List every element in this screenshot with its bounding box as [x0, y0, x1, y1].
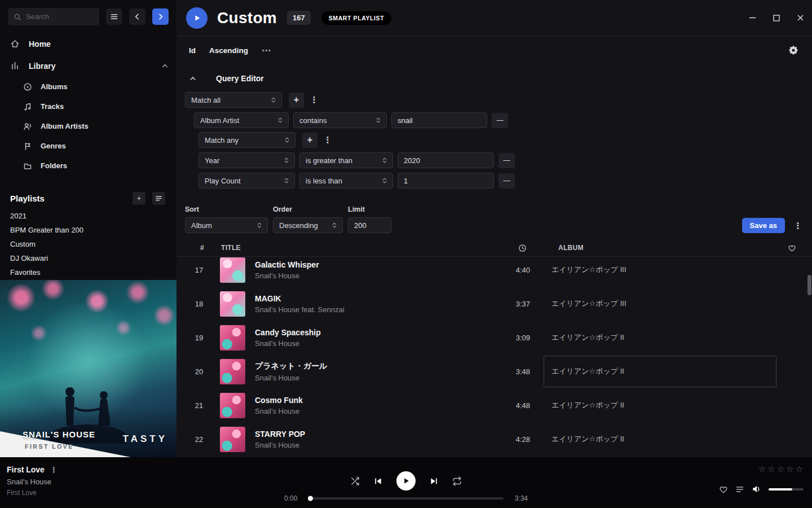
column-number[interactable]: #: [200, 244, 204, 252]
rating-star-icon[interactable]: ☆: [786, 464, 793, 474]
track-album[interactable]: エイリアン☆ポップ III: [544, 257, 776, 286]
add-group-rule-button[interactable]: +: [302, 133, 317, 148]
shuffle-button[interactable]: [350, 476, 360, 486]
track-row[interactable]: 18 MAGIK Snail's House feat. Sennzai 3:3…: [176, 287, 812, 321]
sidebar-item-label: Home: [29, 40, 51, 49]
menu-button[interactable]: [106, 8, 122, 25]
collapse-query-editor-button[interactable]: [185, 75, 201, 82]
match-type-select[interactable]: Match all: [185, 92, 282, 108]
sidebar-topbar: [0, 0, 176, 25]
group-options-button[interactable]: ⋮: [322, 133, 333, 148]
order-field-group: Order Descending: [273, 205, 343, 233]
track-duration: 3:37: [486, 300, 530, 308]
volume-slider[interactable]: [769, 488, 804, 491]
scrollbar-thumb[interactable]: [807, 275, 811, 295]
total-time: 3:34: [511, 494, 528, 502]
select-arrows-icon: [255, 221, 263, 229]
track-artist: Snail's House: [255, 339, 486, 348]
smart-playlist-badge: SMART PLAYLIST: [321, 11, 391, 25]
favorite-button[interactable]: [719, 485, 728, 494]
rating-star-icon[interactable]: ☆: [767, 464, 775, 474]
sidebar-item-home[interactable]: Home: [0, 33, 176, 55]
track-album[interactable]: エイリアン☆ポップ II: [544, 423, 776, 455]
playlist-item[interactable]: Favorites: [0, 265, 176, 279]
maximize-button[interactable]: [773, 15, 780, 21]
order-select[interactable]: Descending: [273, 217, 343, 233]
rating-star-icon[interactable]: ☆: [758, 464, 766, 474]
track-row[interactable]: 20 プラネット・ガール Snail's House 3:48 エイリアン☆ポッ…: [176, 354, 812, 388]
play-playlist-button[interactable]: [186, 7, 208, 29]
track-artist: Snail's House: [255, 271, 486, 280]
track-row[interactable]: 21 Cosmo Funk Snail's House 4:48 エイリアン☆ポ…: [176, 388, 812, 422]
sidebar-item-album-artists[interactable]: Album Artists: [0, 116, 176, 136]
now-playing-options-button[interactable]: ⋮: [50, 466, 58, 474]
track-artwork: [220, 359, 245, 384]
save-as-button[interactable]: Save as: [742, 218, 785, 233]
playlist-item[interactable]: Custom: [0, 237, 176, 251]
favorite-heart-icon[interactable]: [788, 244, 796, 252]
previous-button[interactable]: [374, 477, 382, 485]
settings-gear-icon[interactable]: [788, 45, 798, 55]
track-album[interactable]: エイリアン☆ポップ II: [544, 389, 776, 421]
group-match-type-select[interactable]: Match any: [198, 132, 295, 148]
playlist-item[interactable]: DJ Okawari: [0, 251, 176, 265]
sidebar-item-genres[interactable]: Genres: [0, 136, 176, 156]
volume-icon[interactable]: [752, 484, 761, 494]
now-playing-artwork[interactable]: SNAIL'S HOUSE FIRST LOVE TASTY: [0, 280, 176, 457]
playlist-item[interactable]: 2021: [0, 209, 176, 223]
play-pause-button[interactable]: [396, 471, 416, 491]
remove-rule-button[interactable]: —: [498, 173, 515, 189]
remove-rule-button[interactable]: —: [492, 113, 508, 128]
duration-clock-icon[interactable]: [518, 244, 527, 252]
track-album[interactable]: エイリアン☆ポップ II: [544, 322, 776, 353]
rule-field-select[interactable]: Year: [198, 152, 295, 168]
seek-knob[interactable]: [308, 496, 313, 501]
column-title[interactable]: TITLE: [221, 244, 241, 252]
search-box[interactable]: [8, 8, 99, 25]
sidebar-item-library[interactable]: Library: [0, 55, 176, 77]
rule-value-input[interactable]: [391, 112, 487, 128]
rating-star-icon[interactable]: ☆: [796, 464, 803, 474]
playlist-item[interactable]: BPM Greater than 200: [0, 223, 176, 237]
rule-operator-select[interactable]: is greater than: [299, 152, 393, 168]
seek-bar[interactable]: [308, 497, 504, 500]
rule-field-select[interactable]: Album Artist: [194, 112, 289, 128]
sidebar-item-tracks[interactable]: Tracks: [0, 97, 176, 116]
track-row[interactable]: 19 Candy Spaceship Snail's House 3:09 エイ…: [176, 321, 812, 354]
repeat-button[interactable]: [452, 476, 462, 486]
track-row[interactable]: 17 Galactic Whisper Snail's House 4:40 エ…: [176, 257, 812, 287]
select-arrows-icon: [276, 116, 284, 124]
remove-rule-button[interactable]: —: [498, 153, 515, 168]
sort-select[interactable]: Album: [185, 217, 268, 233]
playlist-options-button[interactable]: ⋮: [792, 218, 804, 233]
rating-star-icon[interactable]: ☆: [777, 464, 784, 474]
sidebar-item-folders[interactable]: Folders: [0, 156, 176, 176]
sidebar-item-albums[interactable]: Albums: [0, 77, 176, 97]
rule-field-select[interactable]: Play Count: [198, 173, 295, 189]
sort-field-label[interactable]: Id: [189, 46, 196, 55]
forward-button[interactable]: [152, 8, 169, 25]
track-row[interactable]: 22 STARRY POP Snail's House 4:28 エイリアン☆ポ…: [176, 422, 812, 456]
sort-direction-label[interactable]: Ascending: [209, 46, 248, 55]
add-playlist-button[interactable]: +: [133, 192, 145, 205]
column-album[interactable]: ALBUM: [558, 244, 584, 252]
more-options-icon[interactable]: ⋯: [262, 45, 271, 56]
add-rule-button[interactable]: +: [289, 93, 304, 108]
playlist-list-button[interactable]: [152, 192, 165, 205]
rule-operator-select[interactable]: contains: [293, 112, 387, 128]
search-input[interactable]: [26, 12, 94, 21]
rule-operator-select[interactable]: is less than: [299, 173, 393, 189]
track-album[interactable]: エイリアン☆ポップ II: [544, 356, 776, 387]
rule-value-input[interactable]: [398, 173, 494, 189]
sidebar-item-label: Genres: [41, 142, 66, 150]
queue-button[interactable]: [735, 485, 744, 494]
limit-input[interactable]: [348, 217, 391, 233]
track-album[interactable]: エイリアン☆ポップ III: [544, 288, 776, 319]
close-button[interactable]: [797, 14, 804, 21]
back-button[interactable]: [129, 8, 145, 25]
rule-value-input[interactable]: [398, 152, 494, 168]
minimize-button[interactable]: [749, 14, 756, 21]
rule-options-button[interactable]: ⋮: [308, 93, 320, 108]
next-button[interactable]: [430, 477, 438, 485]
chevron-up-icon[interactable]: [161, 62, 169, 69]
